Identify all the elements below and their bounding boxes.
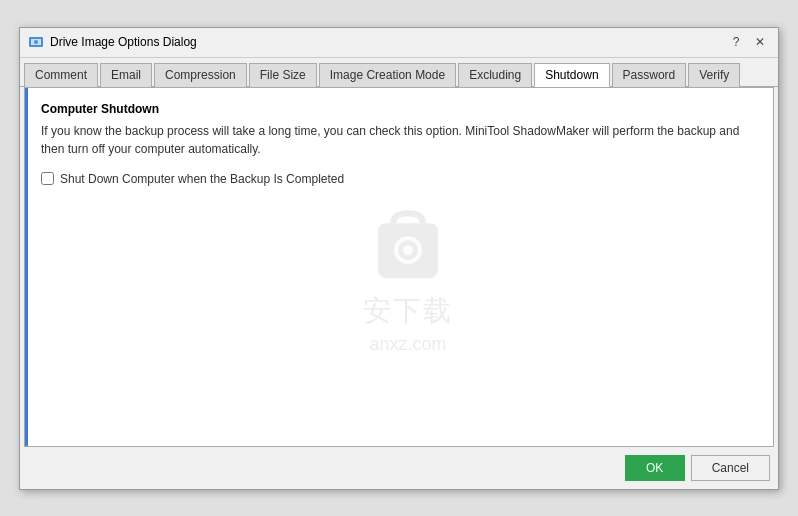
checkbox-label[interactable]: Shut Down Computer when the Backup Is Co… [60, 172, 344, 186]
tabs-container: Comment Email Compression File Size Imag… [20, 58, 778, 87]
tab-excluding[interactable]: Excluding [458, 63, 532, 87]
tab-verify[interactable]: Verify [688, 63, 740, 87]
tab-password[interactable]: Password [612, 63, 687, 87]
help-button[interactable]: ? [726, 32, 746, 52]
shutdown-checkbox[interactable] [41, 172, 54, 185]
tab-imagecreationmode[interactable]: Image Creation Mode [319, 63, 456, 87]
tab-filesize[interactable]: File Size [249, 63, 317, 87]
content-area: Computer Shutdown If you know the backup… [24, 87, 774, 447]
section-description: If you know the backup process will take… [41, 122, 757, 158]
blue-left-border [25, 88, 28, 446]
drive-image-options-dialog: Drive Image Options Dialog ? ✕ Comment E… [19, 27, 779, 490]
watermark-icon [368, 208, 448, 288]
close-button[interactable]: ✕ [750, 32, 770, 52]
checkbox-row: Shut Down Computer when the Backup Is Co… [41, 172, 757, 186]
watermark: 安下载 anxz.com [363, 208, 453, 355]
title-bar-left: Drive Image Options Dialog [28, 34, 197, 50]
tab-email[interactable]: Email [100, 63, 152, 87]
dialog-icon [28, 34, 44, 50]
svg-point-2 [34, 40, 38, 44]
title-bar-title: Drive Image Options Dialog [50, 35, 197, 49]
svg-point-5 [403, 245, 413, 255]
cancel-button[interactable]: Cancel [691, 455, 770, 481]
title-bar: Drive Image Options Dialog ? ✕ [20, 28, 778, 58]
svg-rect-3 [378, 223, 438, 278]
tab-compression[interactable]: Compression [154, 63, 247, 87]
watermark-text-en: anxz.com [369, 334, 446, 355]
tab-shutdown[interactable]: Shutdown [534, 63, 609, 87]
watermark-text-cn: 安下载 [363, 292, 453, 330]
footer: OK Cancel [20, 447, 778, 489]
tab-comment[interactable]: Comment [24, 63, 98, 87]
title-bar-controls: ? ✕ [726, 32, 770, 52]
ok-button[interactable]: OK [625, 455, 685, 481]
section-title: Computer Shutdown [41, 102, 757, 116]
svg-point-4 [396, 238, 420, 262]
